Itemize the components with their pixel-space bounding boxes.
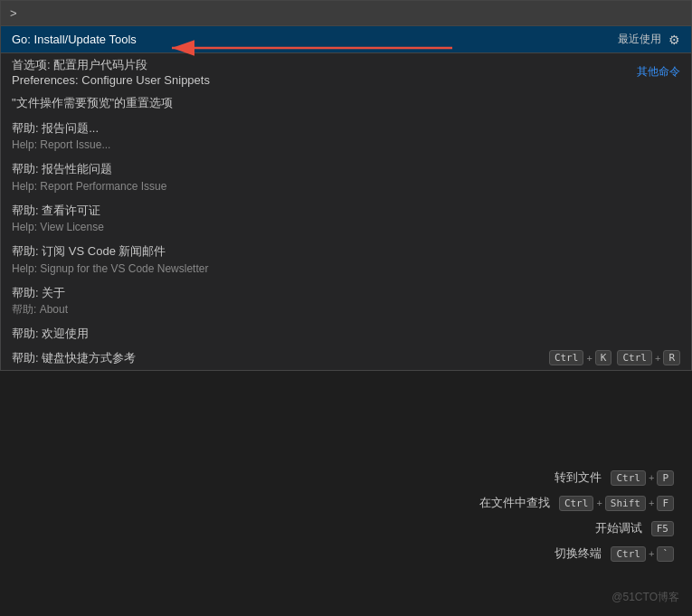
list-item[interactable]: 帮助: 订阅 VS Code 新闻邮件 Help: Signup for the… [1,239,691,280]
list-item[interactable]: 帮助: 键盘快捷方式参考 Ctrl + K Ctrl + R [1,346,691,370]
menu-item-text: 首选项: 配置用户代码片段 Preferences: Configure Use… [12,57,210,87]
selected-item-title: Go: Install/Update Tools [12,33,137,46]
shortcut-display: Ctrl + K Ctrl + R [549,350,680,365]
list-item[interactable]: 帮助: 欢迎使用 [1,321,691,346]
bottom-shortcuts: 转到文件 Ctrl + P 在文件中查找 Ctrl + Shift + F 开始… [479,469,674,562]
list-item[interactable]: 帮助: 查看许可证 Help: View License [1,198,691,240]
list-item[interactable]: 帮助: 报告性能问题 Help: Report Performance Issu… [1,156,691,198]
other-commands-link[interactable]: 其他命令 [637,64,680,80]
search-bar[interactable]: > [1,1,691,26]
list-item[interactable]: "文件操作需要预览"的重置选项 [1,90,691,116]
selected-item[interactable]: Go: Install/Update Tools 最近使用 ⚙ [1,26,691,53]
recently-used-label: 最近使用 [618,32,661,47]
selected-item-left: Go: Install/Update Tools [12,33,137,46]
selected-item-right: 最近使用 ⚙ [618,32,680,47]
shortcut-start-debug: 开始调试 F5 [479,520,674,536]
shortcut-toggle-terminal: 切换终端 Ctrl + ` [479,545,674,562]
shortcut-find-in-files: 在文件中查找 Ctrl + Shift + F [479,495,674,511]
list-item[interactable]: 帮助: 关于 帮助: About [1,280,691,322]
gear-icon[interactable]: ⚙ [668,33,680,47]
command-palette: > Go: Install/Update Tools 最近使用 ⚙ 首选项: 配… [0,0,692,371]
search-prompt: > [10,6,17,20]
list-item[interactable]: 首选项: 配置用户代码片段 Preferences: Configure Use… [1,53,691,90]
search-input[interactable] [17,6,682,20]
menu-items-list: 首选项: 配置用户代码片段 Preferences: Configure Use… [1,53,691,370]
shortcut-goto-file: 转到文件 Ctrl + P [479,469,674,486]
watermark: @51CTO博客 [611,590,679,605]
list-item[interactable]: 帮助: 报告问题... Help: Report Issue... [1,116,691,157]
